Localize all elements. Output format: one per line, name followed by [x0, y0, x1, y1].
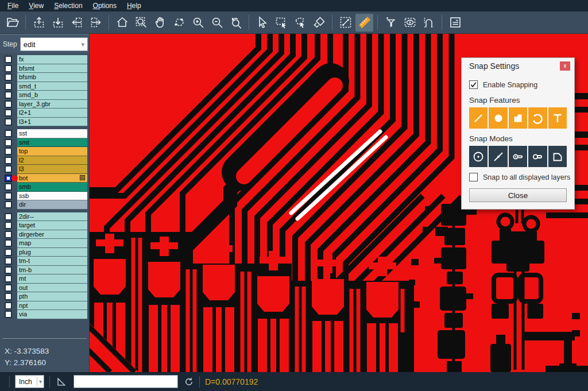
layer-row-bot[interactable]: bot	[0, 174, 89, 183]
snap-contour-button[interactable]	[548, 146, 567, 167]
layer-name[interactable]: dir	[17, 200, 87, 210]
menu-selection[interactable]: Selection	[49, 2, 87, 10]
layer-row-map[interactable]: map	[0, 239, 89, 248]
layer-row-l2+1[interactable]: l2+1	[0, 109, 89, 118]
layer-name[interactable]: tm-b	[17, 266, 87, 275]
layer-row-layer_3.gbr[interactable]: layer_3.gbr	[0, 100, 89, 109]
checkbox-checked[interactable]	[469, 80, 478, 89]
layer-row-plug[interactable]: plug	[0, 248, 89, 257]
layer-checkbox[interactable]	[5, 165, 12, 173]
measure-ruler-button[interactable]	[355, 14, 373, 32]
layer-name[interactable]: l3+1	[17, 118, 87, 127]
layer-name[interactable]: plug	[17, 248, 87, 257]
layer-name[interactable]: l2+1	[17, 109, 87, 118]
layer-name[interactable]: via	[17, 310, 87, 319]
snap-line-button[interactable]	[469, 107, 488, 129]
layer-name[interactable]: l3	[17, 165, 87, 174]
menu-file[interactable]: File	[2, 2, 24, 10]
step-select[interactable]: edit ▾	[20, 37, 88, 51]
menu-help[interactable]: Help	[122, 2, 146, 10]
layer-checkbox[interactable]	[5, 257, 12, 265]
layer-row-bfsmt[interactable]: bfsmt	[0, 64, 89, 73]
snap-text-button[interactable]	[548, 107, 567, 129]
layer-name[interactable]: target	[17, 221, 87, 230]
measure-line-button[interactable]	[336, 14, 354, 32]
layer-checkbox[interactable]	[5, 157, 12, 164]
layer-name[interactable]: smd_b	[17, 91, 87, 100]
layer-name[interactable]: smt	[17, 138, 87, 148]
snap-arc-button[interactable]	[528, 107, 547, 129]
layer-row-l3[interactable]: l3	[0, 165, 89, 174]
snap-entry-right-button[interactable]	[528, 146, 547, 167]
layer-checkbox[interactable]	[5, 83, 12, 90]
layer-name[interactable]: map	[17, 239, 87, 248]
layer-row-target[interactable]: target	[0, 221, 89, 230]
snap-center-button[interactable]	[469, 146, 488, 167]
layer-checkbox[interactable]	[5, 239, 12, 247]
menu-options[interactable]: Options	[88, 2, 122, 10]
layer-row-dirgerber[interactable]: dirgerber	[0, 230, 89, 239]
checkbox-unchecked[interactable]	[469, 173, 478, 181]
layer-checkbox[interactable]	[5, 192, 12, 200]
layer-checkbox[interactable]	[5, 213, 12, 220]
layer-row-npt[interactable]: npt	[0, 301, 89, 311]
filter-layers-button[interactable]	[382, 14, 400, 32]
home-view-button[interactable]	[113, 14, 131, 32]
pan-hand-button[interactable]	[151, 14, 169, 32]
layer-row-smb[interactable]: smb	[0, 183, 89, 192]
layer-row-dir[interactable]: dir	[0, 200, 89, 210]
shift-right-button[interactable]	[87, 14, 105, 32]
layer-checkbox[interactable]	[5, 148, 12, 155]
layer-row-fx[interactable]: fx	[0, 55, 89, 64]
layer-checkbox[interactable]	[5, 65, 12, 72]
layer-name[interactable]: bfsmt	[17, 64, 87, 73]
layer-checkbox[interactable]	[5, 130, 12, 137]
layer-name[interactable]: ssb	[17, 192, 87, 201]
layer-row-l3+1[interactable]: l3+1	[0, 118, 89, 127]
layer-name[interactable]: pth	[17, 292, 87, 301]
layer-checkbox[interactable]	[5, 100, 12, 108]
zoom-previous-button[interactable]	[227, 14, 245, 32]
layer-row-smd_t[interactable]: smd_t	[0, 82, 89, 91]
layer-checkbox[interactable]	[5, 201, 12, 208]
menu-view[interactable]: View	[24, 2, 49, 10]
enable-snapping-checkbox[interactable]: Enable Snapping	[469, 80, 567, 89]
zoom-region-button[interactable]	[132, 14, 150, 32]
layer-name[interactable]: fx	[17, 55, 87, 64]
close-icon[interactable]: x	[560, 61, 570, 71]
layer-checkbox[interactable]	[5, 293, 12, 300]
layer-row-tm-t[interactable]: tm-t	[0, 257, 89, 266]
layer-row-sst[interactable]: sst	[0, 129, 89, 138]
open-folder-button[interactable]	[3, 14, 21, 32]
clean-tool-button[interactable]	[310, 14, 328, 32]
layer-row-l2[interactable]: l2	[0, 156, 89, 165]
layer-checkbox[interactable]	[5, 139, 12, 146]
select-polygon-button[interactable]	[291, 14, 309, 32]
layer-name[interactable]: bot	[17, 174, 87, 183]
layer-checkbox[interactable]	[5, 118, 12, 126]
layer-checkbox[interactable]	[5, 109, 12, 117]
layer-name[interactable]: sst	[17, 129, 87, 138]
unit-select[interactable]: Inch ▾	[15, 375, 44, 388]
layer-checkbox[interactable]	[5, 91, 12, 99]
layer-checkbox[interactable]	[5, 249, 12, 256]
layer-row-smt[interactable]: smt	[0, 138, 89, 148]
layer-checkbox[interactable]	[5, 231, 12, 238]
snap-midpoint-button[interactable]	[489, 146, 507, 167]
snap-all-layers-checkbox[interactable]: Snap to all displayed layers	[469, 173, 567, 181]
pcb-canvas[interactable]: Snap Settings x Enable Snapping Snap Fea…	[90, 34, 588, 372]
layer-row-2dir--[interactable]: 2dir--	[0, 212, 89, 222]
layer-name[interactable]: out	[17, 284, 87, 293]
layer-name[interactable]: layer_3.gbr	[17, 100, 87, 109]
layer-checkbox[interactable]	[5, 266, 12, 274]
zoom-out-button[interactable]	[208, 14, 226, 32]
layer-checkbox[interactable]	[5, 275, 12, 282]
layer-checkbox[interactable]	[5, 73, 12, 81]
highlight-net-button[interactable]	[420, 14, 438, 32]
layer-row-via[interactable]: via	[0, 310, 89, 319]
select-rectangle-button[interactable]	[272, 14, 290, 32]
layer-row-out[interactable]: out	[0, 284, 89, 293]
import-bottom-button[interactable]	[49, 14, 67, 32]
layer-checkbox[interactable]	[5, 302, 12, 309]
layer-name[interactable]: dirgerber	[17, 230, 87, 239]
